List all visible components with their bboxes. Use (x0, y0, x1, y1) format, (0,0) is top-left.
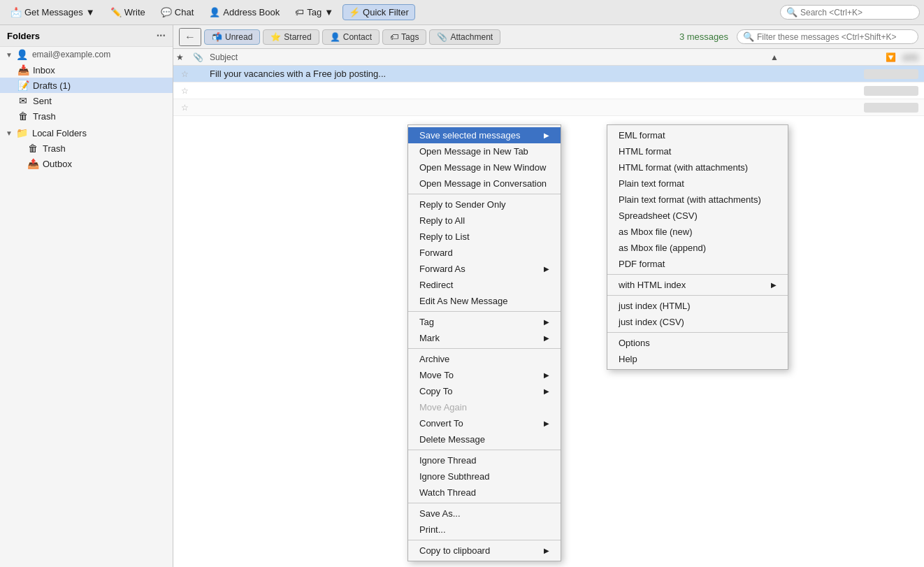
ctx-item-reply-all[interactable]: Reply to All (408, 213, 561, 229)
filter-attachment-button[interactable]: 📎 Attachment (429, 29, 500, 45)
filter-tags-button[interactable]: 🏷 Tags (382, 29, 426, 45)
folder-item-drafts[interactable]: 📝 Drafts (1) (0, 78, 173, 93)
ctx-forward-label: Forward (419, 247, 453, 258)
sidebar: Folders ··· ▼ 👤 email@example.com 📥 Inbo… (0, 25, 173, 567)
filter-bar: ← 📬 Unread ⭐ Starred 👤 Contact 🏷 Tags 📎 … (173, 25, 924, 49)
folder-item-local-trash[interactable]: 🗑 Trash (0, 141, 173, 156)
quick-filter-label: Quick Filter (363, 7, 409, 17)
write-label: Write (124, 7, 145, 17)
ctx-item-archive[interactable]: Archive (408, 351, 561, 367)
ctx-item-forward[interactable]: Forward (408, 245, 561, 261)
sub-item-options[interactable]: Options (607, 335, 788, 351)
ctx-item-save-selected[interactable]: Save selected messages ▶ (408, 127, 561, 143)
starred-icon: ⭐ (270, 32, 281, 42)
sub-item-just-index-csv[interactable]: just index (CSV) (607, 314, 788, 330)
tag-dropdown-icon[interactable]: ▼ (324, 7, 333, 17)
filter-search-icon: 🔍 (743, 31, 754, 42)
ctx-item-reply-list[interactable]: Reply to List (408, 229, 561, 245)
ctx-copy-to-label: Copy To (419, 386, 452, 396)
filter-unread-button[interactable]: 📬 Unread (204, 29, 260, 45)
address-book-button[interactable]: 👤 Address Book (203, 4, 286, 20)
ctx-item-reply-sender[interactable]: Reply to Sender Only (408, 196, 561, 213)
folder-item-trash[interactable]: 🗑 Trash (0, 108, 173, 124)
ctx-item-ignore-subthread[interactable]: Ignore Subthread (408, 468, 561, 485)
get-messages-dropdown-icon[interactable]: ▼ (86, 7, 95, 17)
sub-item-html-attach[interactable]: HTML format (with attachments) (607, 159, 788, 175)
get-messages-button[interactable]: 📩 Get Messages ▼ (4, 4, 101, 20)
ctx-item-watch-thread[interactable]: Watch Thread (408, 485, 561, 501)
address-book-label: Address Book (223, 7, 280, 17)
ctx-copy-clipboard-arrow: ▶ (544, 547, 549, 554)
sub-item-just-index-html[interactable]: just index (HTML) (607, 298, 788, 314)
local-folders-label: Local Folders (32, 128, 87, 138)
ctx-item-move-again: Move Again (408, 399, 561, 415)
ctx-item-move-to[interactable]: Move To ▶ (408, 367, 561, 383)
ctx-item-tag[interactable]: Tag ▶ (408, 314, 561, 330)
chat-button[interactable]: 💬 Chat (154, 4, 200, 20)
ctx-item-copy-to[interactable]: Copy To ▶ (408, 383, 561, 399)
sub-item-html[interactable]: HTML format (607, 143, 788, 159)
sub-sep-3 (607, 332, 788, 333)
sub-item-csv[interactable]: Spreadsheet (CSV) (607, 208, 788, 224)
tag-icon: 🏷 (295, 7, 304, 17)
quick-filter-icon: ⚡ (349, 7, 360, 17)
folder-item-inbox[interactable]: 📥 Inbox (0, 62, 173, 78)
back-button[interactable]: ← (179, 28, 201, 46)
ctx-item-print[interactable]: Print... (408, 522, 561, 538)
search-box[interactable]: 🔍 (780, 5, 920, 20)
filter-contact-button[interactable]: 👤 Contact (322, 29, 380, 45)
filter-starred-button[interactable]: ⭐ Starred (263, 29, 319, 45)
sidebar-header: Folders ··· (0, 25, 173, 47)
ctx-item-open-new-window[interactable]: Open Message in New Window (408, 159, 561, 175)
unread-label: Unread (225, 32, 252, 42)
ctx-item-open-new-tab[interactable]: Open Message in New Tab (408, 143, 561, 159)
tag-button[interactable]: 🏷 Tag ▼ (289, 4, 340, 20)
sub-item-pdf[interactable]: PDF format (607, 256, 788, 272)
ctx-item-forward-as[interactable]: Forward As ▶ (408, 261, 561, 277)
filter-search-box[interactable]: 🔍 (737, 29, 918, 44)
ctx-item-mark[interactable]: Mark ▶ (408, 330, 561, 346)
ctx-open-conversation-label: Open Message in Conversation (419, 178, 547, 189)
ctx-tag-arrow: ▶ (544, 318, 549, 326)
ctx-mark-arrow: ▶ (544, 334, 549, 342)
filter-search-input[interactable] (757, 32, 897, 42)
sub-item-eml[interactable]: EML format (607, 127, 788, 143)
sub-just-index-csv-label: just index (CSV) (619, 317, 684, 327)
sub-item-plain-attach[interactable]: Plain text format (with attachments) (607, 192, 788, 208)
ctx-item-ignore-thread[interactable]: Ignore Thread (408, 452, 561, 468)
account-label: email@example.com (32, 50, 110, 59)
folder-item-local-folders[interactable]: ▼ 📁 Local Folders (0, 125, 173, 141)
trash-label: Trash (33, 111, 56, 122)
write-button[interactable]: ✏️ Write (104, 4, 152, 20)
ctx-convert-to-label: Convert To (419, 418, 463, 429)
search-input[interactable] (800, 8, 912, 17)
ctx-item-delete[interactable]: Delete Message (408, 431, 561, 447)
sub-item-mbox-new[interactable]: as Mbox file (new) (607, 224, 788, 240)
sub-pdf-label: PDF format (619, 259, 665, 269)
ctx-item-save-as[interactable]: Save As... (408, 505, 561, 522)
local-trash-icon: 🗑 (27, 143, 39, 154)
ctx-item-open-conversation[interactable]: Open Message in Conversation (408, 175, 561, 192)
sub-item-plain[interactable]: Plain text format (607, 175, 788, 192)
ctx-save-selected-arrow: ▶ (544, 131, 549, 139)
quick-filter-button[interactable]: ⚡ Quick Filter (342, 4, 415, 20)
ctx-reply-list-label: Reply to List (419, 231, 470, 242)
main-toolbar: 📩 Get Messages ▼ ✏️ Write 💬 Chat 👤 Addre… (0, 0, 924, 25)
chat-label: Chat (175, 7, 194, 17)
ctx-item-copy-clipboard[interactable]: Copy to clipboard ▶ (408, 543, 561, 559)
tag-label: Tag (307, 7, 322, 17)
ctx-sep-4 (408, 450, 561, 450)
folder-item-account[interactable]: ▼ 👤 email@example.com (0, 47, 173, 62)
ctx-item-edit-new[interactable]: Edit As New Message (408, 293, 561, 309)
sub-item-help[interactable]: Help (607, 351, 788, 367)
ctx-item-convert-to[interactable]: Convert To ▶ (408, 415, 561, 431)
sub-item-mbox-append[interactable]: as Mbox file (append) (607, 240, 788, 256)
folder-item-sent[interactable]: ✉ Sent (0, 93, 173, 108)
sidebar-options-button[interactable]: ··· (157, 29, 166, 42)
sub-item-html-index[interactable]: with HTML index ▶ (607, 277, 788, 293)
attachment-icon: 📎 (437, 32, 447, 42)
ctx-sep-5 (408, 503, 561, 503)
local-trash-label: Trash (43, 143, 66, 154)
ctx-item-redirect[interactable]: Redirect (408, 277, 561, 293)
folder-item-outbox[interactable]: 📤 Outbox (0, 156, 173, 171)
